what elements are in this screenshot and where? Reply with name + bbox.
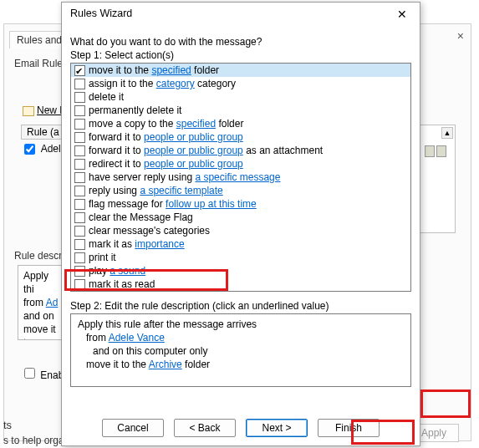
- action-row[interactable]: print it: [71, 251, 410, 264]
- desc-line: move it t: [23, 323, 59, 340]
- action-checkbox[interactable]: [74, 252, 85, 263]
- action-row[interactable]: mark it as importance: [71, 237, 410, 251]
- desc-line: from Ad: [23, 296, 59, 309]
- rule-actions-preview-box: ▲: [417, 125, 456, 233]
- action-row[interactable]: flag message for follow up at this time: [71, 197, 410, 211]
- rule-description-label: Rule descr: [14, 250, 62, 262]
- action-row[interactable]: redirect it to people or public group: [71, 157, 410, 171]
- action-checkbox[interactable]: [74, 159, 85, 170]
- action-label: play a sound: [89, 264, 145, 277]
- desc-line: and on: [23, 309, 59, 323]
- action-row[interactable]: assign it to the category category: [71, 77, 410, 90]
- close-icon[interactable]: ×: [457, 29, 464, 43]
- action-checkbox[interactable]: [74, 266, 85, 277]
- action-row[interactable]: delete it: [71, 90, 410, 104]
- rule-row[interactable]: Adele: [21, 141, 66, 157]
- dialog-title: Rules Wizard: [70, 8, 132, 19]
- action-row[interactable]: clear the Message Flag: [71, 211, 410, 224]
- action-row[interactable]: permanently delete it: [71, 104, 410, 117]
- action-checkbox[interactable]: [74, 105, 85, 116]
- action-label: have server reply using a specific messa…: [89, 171, 280, 184]
- bg-footer-text: s to help orga: [3, 435, 64, 446]
- action-checkbox[interactable]: [74, 119, 85, 130]
- action-checkbox[interactable]: [74, 65, 85, 76]
- action-checkbox[interactable]: [74, 199, 85, 210]
- step1-label: Step 1: Select action(s): [70, 49, 174, 61]
- action-icon: [436, 145, 446, 157]
- action-row[interactable]: stop processing more rules: [71, 291, 410, 292]
- actions-listbox[interactable]: move it to the specified folderassign it…: [70, 63, 411, 292]
- action-link[interactable]: specified: [176, 118, 216, 130]
- back-button[interactable]: < Back: [174, 419, 236, 437]
- desc-line: move it to the Archive folder: [86, 358, 404, 371]
- action-link[interactable]: a specific template: [140, 185, 222, 196]
- action-row[interactable]: have server reply using a specific messa…: [71, 171, 410, 184]
- wizard-button-row: Cancel < Back Next > Finish: [62, 419, 420, 437]
- rules-wizard-dialog: Rules Wizard ✕ What do you want to do wi…: [61, 2, 420, 446]
- desc-line: from Adele Vance: [86, 331, 404, 344]
- section-email-rules-label: Email Rules: [14, 58, 68, 69]
- action-label: clear message's categories: [89, 224, 210, 237]
- close-button[interactable]: ✕: [390, 6, 415, 24]
- enable-checkbox[interactable]: [24, 368, 35, 379]
- action-checkbox[interactable]: [74, 145, 85, 156]
- action-label: delete it: [89, 90, 124, 104]
- new-rule-icon: [23, 106, 34, 116]
- desc-line: Apply this rule after the message arrive…: [78, 318, 404, 331]
- action-label: clear the Message Flag: [89, 211, 193, 224]
- action-link[interactable]: follow up at this time: [166, 198, 257, 210]
- action-checkbox[interactable]: [74, 132, 85, 143]
- action-link[interactable]: specified: [151, 64, 191, 76]
- action-row[interactable]: move a copy to the specified folder: [71, 117, 410, 130]
- action-checkbox[interactable]: [74, 212, 85, 223]
- action-label: stop processing more rules: [89, 291, 209, 292]
- cancel-button[interactable]: Cancel: [102, 419, 164, 437]
- action-checkbox[interactable]: [74, 186, 85, 196]
- step2-label: Step 2: Edit the rule description (click…: [70, 300, 329, 312]
- desc-move-link[interactable]: Archive: [149, 359, 182, 370]
- action-link[interactable]: people or public group: [144, 158, 243, 170]
- action-label: mark it as importance: [89, 237, 185, 251]
- action-row[interactable]: move it to the specified folder: [71, 64, 410, 77]
- action-label: forward it to people or public group as …: [89, 144, 323, 157]
- action-checkbox[interactable]: [74, 226, 85, 237]
- action-label: assign it to the category category: [89, 77, 236, 90]
- action-row[interactable]: forward it to people or public group as …: [71, 144, 410, 157]
- scroll-up-icon[interactable]: ▲: [441, 127, 453, 139]
- wizard-question: What do you want to do with the message?: [70, 36, 262, 48]
- desc-link[interactable]: Ad: [46, 297, 59, 308]
- action-link[interactable]: people or public group: [144, 145, 243, 156]
- rule-description-box: Apply thi from Ad and on move it t and s…: [18, 265, 64, 340]
- action-label: move it to the specified folder: [89, 64, 219, 77]
- finish-button[interactable]: Finish: [318, 419, 380, 437]
- action-checkbox[interactable]: [74, 92, 85, 103]
- rule-enabled-checkbox[interactable]: [24, 144, 35, 155]
- action-label: permanently delete it: [89, 104, 181, 117]
- action-row[interactable]: mark it as read: [71, 277, 410, 291]
- action-row[interactable]: reply using a specific template: [71, 184, 410, 197]
- action-icon: [425, 145, 435, 157]
- action-link[interactable]: a specific message: [195, 171, 280, 183]
- desc-from-link[interactable]: Adele Vance: [109, 332, 165, 344]
- action-label: flag message for follow up at this time: [89, 197, 257, 211]
- bg-text-fragment: ts: [3, 419, 12, 431]
- action-checkbox[interactable]: [74, 172, 85, 183]
- action-link[interactable]: importance: [135, 238, 184, 250]
- action-row[interactable]: forward it to people or public group: [71, 130, 410, 144]
- rule-description-editor[interactable]: Apply this rule after the message arrive…: [70, 313, 411, 387]
- action-row[interactable]: clear message's categories: [71, 224, 410, 237]
- action-checkbox[interactable]: [74, 279, 85, 290]
- action-link[interactable]: a sound: [110, 265, 145, 277]
- action-checkbox[interactable]: [74, 239, 85, 250]
- action-link[interactable]: people or public group: [144, 131, 243, 143]
- action-label: reply using a specific template: [89, 184, 223, 197]
- action-label: forward it to people or public group: [89, 130, 243, 144]
- action-checkbox[interactable]: [74, 79, 85, 89]
- desc-line: and on this computer only: [93, 344, 404, 358]
- action-label: redirect it to people or public group: [89, 157, 243, 171]
- action-row[interactable]: play a sound: [71, 264, 410, 277]
- action-link[interactable]: category: [156, 78, 195, 89]
- next-button[interactable]: Next >: [246, 419, 308, 437]
- action-label: move a copy to the specified folder: [89, 117, 243, 130]
- action-label: print it: [89, 251, 116, 264]
